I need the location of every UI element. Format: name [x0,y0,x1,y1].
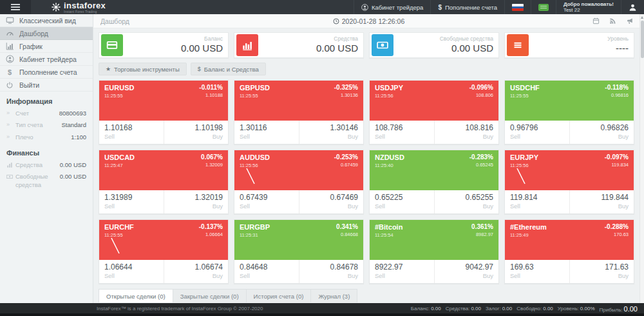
info-row-account: » Счет 80800693 [0,108,93,119]
instrument-tile[interactable]: USDCAD 11:25:47 0.067% 1.32009 1.31989 S… [99,150,229,214]
sell-button[interactable]: 1.30116 Sell [234,121,299,144]
instrument-tile[interactable]: EURJPY 11:25:56 -0.097% 119.834 119.814 … [504,150,634,214]
sell-label: Sell [104,133,158,141]
megaphone-icon[interactable] [626,17,634,25]
instrument-last-price: 1.06664 [199,232,223,237]
buy-label: Buy [169,133,223,141]
trading-instruments-button[interactable]: ★ Торговые инструменты [99,63,187,75]
sidebar-item-label: Классический вид [19,17,76,25]
chat-button[interactable] [531,0,556,14]
footer-stat-value: 0.00% [580,306,595,311]
scroll-up-arrow-icon[interactable] [641,16,643,19]
footer-stat-value: 0.00 [624,305,638,313]
scrollbar-thumb[interactable] [641,21,644,58]
chat-icon [538,4,549,11]
bottom-tab[interactable]: Открытые сделки (0) [99,289,173,302]
sidebar-item-chart[interactable]: График [0,40,93,53]
balance-funds-button[interactable]: $ Баланс и Средства [191,63,266,75]
sell-button[interactable]: 1.10168 Sell [99,121,164,144]
avatar[interactable] [621,0,644,14]
brand-logo[interactable]: instaforex Instant Forex Trading [31,0,106,14]
buy-button[interactable]: 119.844 Buy [570,190,634,213]
sell-button[interactable]: 0.96796 Sell [505,121,570,144]
server-datetime: 2020-01-28 12:26:06 [93,17,644,25]
bottom-tab[interactable]: Закрытые сделки (0) [173,289,246,302]
instrument-tile[interactable]: NZDUSD 11:25:40 -0.283% 0.65245 0.65225 … [369,150,499,214]
sidebar-item-trader-cabinet[interactable]: Кабинет трейдера [0,53,93,66]
info-row-leverage: » Плечо 1:100 [0,132,93,143]
sell-button[interactable]: 119.814 Sell [505,190,570,213]
info-value: 1:100 [71,133,86,141]
instrument-tile[interactable]: #Bitcoin 11:25:54 0.361% 8982.97 8922.97… [369,219,499,284]
sidebar-item-logout[interactable]: Выйти [0,79,93,92]
sell-button[interactable]: 169.63 Sell [505,260,570,283]
instrument-quote-time: 11:25:31 [240,232,270,238]
buy-button[interactable]: 1.30146 Buy [299,121,364,144]
language-flag-ru[interactable] [504,0,531,14]
instrument-tile[interactable]: EURGBP 11:25:31 0.341% 0.84668 0.84648 S… [234,219,364,284]
footer-stat: Свободно: 0.00 [516,306,553,311]
sell-price: 1.10168 [104,123,158,133]
instrument-last-price: 108.806 [469,92,493,98]
footer-stat: Прибыль: 0.00 [600,305,638,313]
instrument-tile[interactable]: USDCHF 11:25:55 -0.118% 0.96816 0.96796 … [504,80,634,144]
sidebar-item-deposit[interactable]: $ Пополнение счета [0,66,93,79]
info-label: Тип счета [15,121,57,129]
topbar-cabinet-label: Кабинет трейдера [372,4,423,11]
menu-toggle-button[interactable] [0,0,31,14]
sell-price: 0.96796 [510,123,564,133]
instrument-quote-time: 11:25:49 [510,232,547,238]
sidebar-item-dashboard[interactable]: Дашборд [0,27,93,40]
stat-card-balance: Баланс 0.00 USD [99,32,229,58]
instrument-tile-header: USDCHF 11:25:55 -0.118% 0.96816 [505,81,634,121]
sell-button[interactable]: 0.65225 Sell [370,190,435,213]
vertical-scrollbar[interactable] [639,14,644,303]
sell-button[interactable]: 1.31989 Sell [99,190,164,213]
buy-button[interactable]: 0.84678 Buy [299,260,364,283]
instrument-tile[interactable]: #Ethereum 11:25:49 -0.288% 170.63 169.63… [504,219,634,284]
sell-price: 0.65225 [375,193,429,202]
user-icon [0,55,19,63]
sell-button[interactable]: 8922.97 Sell [370,260,435,283]
instrument-symbol: AUDUSD [240,153,270,161]
instrument-tile[interactable]: EURUSD 11:25:55 -0.011% 1.10188 1.10168 … [99,80,229,144]
stat-value: 0.00 USD [123,43,223,54]
instrument-tile[interactable]: EURCHF 11:25:55 -0.137% 1.06664 1.06644 … [99,219,229,284]
sell-button[interactable]: 1.06644 Sell [99,260,164,283]
instrument-grid: EURUSD 11:25:55 -0.011% 1.10188 1.10168 … [99,80,634,284]
instrument-tile[interactable]: AUDUSD 11:25:56 -0.253% 0.67459 0.67439 … [234,150,364,214]
buy-button[interactable]: 108.816 Buy [435,121,499,144]
sidebar-nav: Классический вид Дашборд График Кабинет … [0,14,93,92]
sidebar-item-label: Дашборд [19,30,48,37]
buy-button[interactable]: 1.06674 Buy [164,260,229,283]
sell-button[interactable]: 108.786 Sell [370,121,435,144]
buy-button[interactable]: 0.67469 Buy [299,190,364,213]
buy-button[interactable]: 1.32019 Buy [164,190,229,213]
calendar-icon[interactable] [592,17,600,25]
bottom-tab[interactable]: История счета (0) [246,289,311,302]
sidebar-item-classic-view[interactable]: Классический вид [0,14,93,27]
buy-button[interactable]: 1.10198 Buy [164,121,229,144]
breadcrumb: Дашборд [100,17,129,25]
buy-price: 0.96826 [575,123,629,133]
sell-button[interactable]: 0.67439 Sell [234,190,299,213]
rss-icon[interactable] [609,17,616,25]
buy-label: Buy [575,272,629,280]
sell-label: Sell [375,202,429,210]
instrument-last-price: 0.67459 [334,162,358,168]
sell-button[interactable]: 0.84648 Sell [234,260,299,283]
buy-button[interactable]: 171.63 Buy [570,260,634,283]
menu-lines-icon [507,34,529,56]
sell-label: Sell [104,202,158,210]
instrument-tile[interactable]: GBPUSD 11:25:55 -0.325% 1.30136 1.30116 … [234,80,364,144]
instrument-tile-header: #Ethereum 11:25:49 -0.288% 170.63 [505,220,634,260]
topbar-cabinet-link[interactable]: Кабинет трейдера [354,0,430,14]
buy-button[interactable]: 9042.97 Buy [435,260,499,283]
sparkline [243,166,263,188]
buy-button[interactable]: 0.65255 Buy [435,190,499,213]
instrument-tile[interactable]: USDJPY 11:25:56 -0.096% 108.806 108.786 … [369,80,499,144]
buy-button[interactable]: 0.96826 Buy [570,121,634,144]
topbar-deposit-link[interactable]: $ Пополнение счета [430,0,504,14]
sell-price: 0.67439 [240,193,294,202]
bottom-tab[interactable]: Журнал (3) [310,289,357,302]
